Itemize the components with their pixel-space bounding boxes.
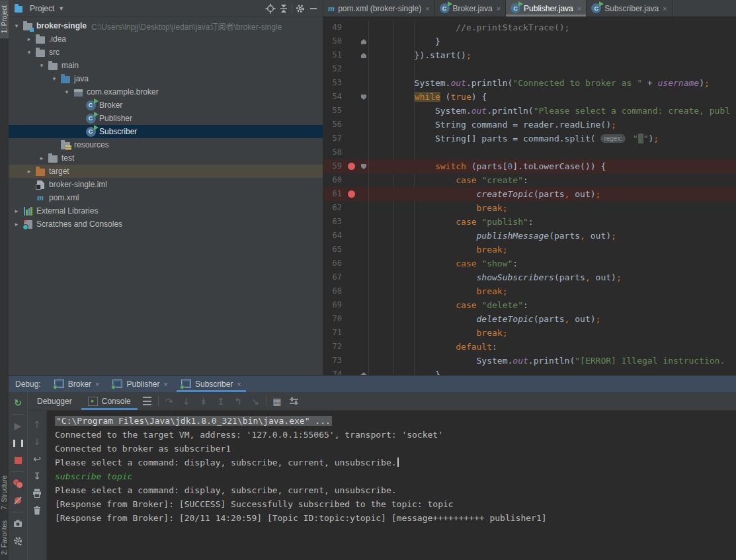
editor-gutter[interactable]: 54 <box>323 90 368 104</box>
code-line-text[interactable]: //e.printStackTrace(); <box>368 20 736 34</box>
layout-settings-icon[interactable] <box>286 392 303 410</box>
code-line-text[interactable]: } <box>368 368 736 375</box>
close-icon[interactable]: × <box>237 380 241 388</box>
chevron-collapsed-icon[interactable]: ▸ <box>24 36 34 42</box>
close-icon[interactable]: × <box>577 5 581 13</box>
editor-gutter[interactable]: 66 <box>323 257 368 270</box>
editor-gutter[interactable]: 72 <box>323 340 368 354</box>
fold-start-icon[interactable] <box>361 164 366 169</box>
editor-gutter[interactable]: 70 <box>323 312 368 326</box>
settings-icon[interactable] <box>9 532 27 549</box>
code-line-text[interactable]: break; <box>368 243 736 257</box>
code-line-text[interactable]: System.out.println("Connected to broker … <box>368 76 736 90</box>
scroll-to-end-icon[interactable]: ↧ <box>28 467 46 485</box>
tool-window-structure-button[interactable]: 7: Structure <box>0 470 9 515</box>
chevron-down-icon[interactable]: ▼ <box>58 5 64 12</box>
code-line-text[interactable]: String command = reader.readLine(); <box>368 118 736 132</box>
code-line-text[interactable]: String[] parts = command.split( regex: "… <box>368 132 736 145</box>
tree-item-java[interactable]: ▾java <box>9 72 323 85</box>
tree-item-src[interactable]: ▾src <box>9 46 323 59</box>
code-line-text[interactable]: showSubscribers(parts, out); <box>368 270 736 284</box>
editor-gutter[interactable]: 73 <box>323 354 368 368</box>
console-output[interactable]: "C:\Program Files\Java\jdk1.8.0_321\bin\… <box>47 411 736 560</box>
close-icon[interactable]: × <box>663 5 667 13</box>
editor-gutter[interactable]: 64 <box>323 229 368 243</box>
code-line-text[interactable]: break; <box>368 326 736 340</box>
locate-icon[interactable] <box>264 2 277 15</box>
breakpoint-icon[interactable] <box>348 190 355 198</box>
rerun-icon[interactable]: ↻ <box>9 394 27 411</box>
code-editor[interactable]: 49 //e.printStackTrace();50 }51 }).start… <box>323 17 736 375</box>
tree-item-test[interactable]: ▸test <box>9 151 323 165</box>
editor-gutter[interactable]: 69 <box>323 298 368 312</box>
tree-item-broker-single[interactable]: ▾broker-singleC:\Users\lnpjj\Desktop\jie… <box>9 19 323 32</box>
editor-gutter[interactable]: 57 <box>323 132 368 145</box>
fold-end-icon[interactable] <box>361 372 366 375</box>
chevron-expanded-icon[interactable]: ▾ <box>36 62 47 69</box>
tree-item-com-example-broker[interactable]: ▾com.example.broker <box>9 85 323 99</box>
editor-gutter[interactable]: 52 <box>323 62 368 76</box>
code-line-text[interactable]: case "create": <box>368 173 736 187</box>
tree-item-target[interactable]: ▸target <box>9 165 323 178</box>
chevron-expanded-icon[interactable]: ▾ <box>24 49 34 56</box>
debug-view-tab-console[interactable]: Console <box>80 392 139 410</box>
editor-gutter[interactable]: 51 <box>323 48 368 62</box>
editor-gutter[interactable]: 56 <box>323 118 368 132</box>
tree-item-resources[interactable]: resources <box>9 138 323 151</box>
close-icon[interactable]: × <box>497 5 501 13</box>
close-icon[interactable]: × <box>164 380 168 388</box>
chevron-expanded-icon[interactable]: ▾ <box>11 22 22 29</box>
print-icon[interactable] <box>28 485 46 502</box>
editor-gutter[interactable]: 74 <box>323 368 368 375</box>
code-line-text[interactable]: case "delete": <box>368 298 736 312</box>
tree-item-external-libraries[interactable]: ▸External Libraries <box>9 204 323 218</box>
code-line-text[interactable] <box>368 62 736 76</box>
tree-item-broker[interactable]: Broker <box>9 99 323 112</box>
editor-gutter[interactable]: 61 <box>323 187 368 201</box>
stop-icon[interactable] <box>9 452 27 469</box>
editor-tab-publisher-java[interactable]: Publisher.java× <box>506 0 587 17</box>
chevron-collapsed-icon[interactable]: ▸ <box>11 208 22 214</box>
code-line-text[interactable]: System.out.println("Please select a comm… <box>368 104 736 118</box>
debug-session-tab-broker[interactable]: Broker× <box>48 376 106 392</box>
chevron-collapsed-icon[interactable]: ▸ <box>11 221 22 227</box>
debug-view-tab-debugger[interactable]: Debugger <box>29 392 80 410</box>
mute-breakpoints-icon[interactable] <box>9 492 27 509</box>
code-line-text[interactable]: publishMessage(parts, out); <box>368 229 736 243</box>
code-line-text[interactable]: break; <box>368 201 736 215</box>
editor-tab-broker-java[interactable]: Broker.java× <box>435 0 506 17</box>
code-line-text[interactable] <box>368 145 736 159</box>
code-line-text[interactable]: System.out.println("[ERROR] Illegal inst… <box>368 354 736 368</box>
editor-gutter[interactable]: 65 <box>323 243 368 257</box>
editor-gutter[interactable]: 55 <box>323 104 368 118</box>
view-breakpoints-icon[interactable] <box>9 475 27 492</box>
fold-end-icon[interactable] <box>361 53 366 58</box>
code-line-text[interactable]: case "show": <box>368 257 736 270</box>
chevron-collapsed-icon[interactable]: ▸ <box>36 155 47 161</box>
editor-tab-pom-xml-broker-single-[interactable]: pom.xml (broker-single)× <box>323 0 435 17</box>
editor-gutter[interactable]: 49 <box>323 20 368 34</box>
code-line-text[interactable]: break; <box>368 284 736 298</box>
editor-gutter[interactable]: 63 <box>323 215 368 229</box>
editor-gutter[interactable]: 50 <box>323 34 368 48</box>
pause-icon[interactable] <box>9 434 27 452</box>
editor-gutter[interactable]: 58 <box>323 145 368 159</box>
soft-wrap-icon[interactable]: ↩ <box>28 450 46 467</box>
code-line-text[interactable]: }).start(); <box>368 48 736 62</box>
options-menu-icon[interactable] <box>139 392 156 410</box>
code-line-text[interactable]: switch (parts[0].toLowerCase()) { <box>368 159 736 173</box>
tree-item-scratches-and-consoles[interactable]: ▸Scratches and Consoles <box>9 218 323 231</box>
tree-item--idea[interactable]: ▸.idea <box>9 32 323 46</box>
editor-gutter[interactable]: 53 <box>323 76 368 90</box>
chevron-expanded-icon[interactable]: ▾ <box>61 89 72 95</box>
collapse-all-icon[interactable] <box>277 2 290 15</box>
code-line-text[interactable]: createTopic(parts, out); <box>368 187 736 201</box>
tool-window-project-button[interactable]: 1: Project <box>0 0 9 38</box>
close-icon[interactable]: × <box>425 5 429 13</box>
tree-item-publisher[interactable]: Publisher <box>9 112 323 125</box>
debug-session-tab-publisher[interactable]: Publisher× <box>106 376 174 392</box>
fold-start-icon[interactable] <box>361 95 366 100</box>
code-line-text[interactable]: while (true) { <box>368 90 736 104</box>
settings-icon[interactable] <box>294 2 307 15</box>
tree-item-broker-single-iml[interactable]: broker-single.iml <box>9 178 323 191</box>
